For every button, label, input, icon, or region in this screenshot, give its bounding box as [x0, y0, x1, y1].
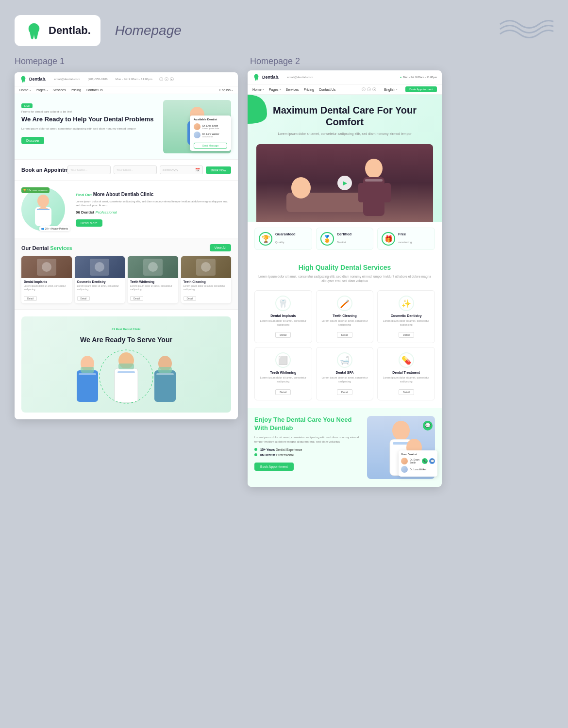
menu-pages[interactable]: Pages ▾ [36, 88, 48, 92]
facebook-icon[interactable]: f [159, 77, 163, 81]
date-placeholder: dd/mm/yyyy [163, 168, 178, 171]
lang-select[interactable]: English▾ [219, 88, 233, 92]
hp2-menu-pages[interactable]: Pages ▾ [269, 88, 281, 91]
book-appt-btn[interactable]: Book Appointment [254, 463, 294, 471]
stat-dot-1 [254, 448, 257, 451]
hp2-menu-contact[interactable]: Contact Us [319, 88, 336, 91]
twitter-icon[interactable]: t [165, 77, 168, 81]
homepage1-container: Homepage 1 Dentlab. email@dentlab.com (2… [15, 56, 238, 419]
appointment-date-input[interactable]: dd/mm/yyyy 📅 [160, 165, 203, 174]
hp2-appt-nav-btn[interactable]: Book Appointment [405, 86, 437, 92]
about-doctor-circle [21, 187, 65, 231]
years-count: 10+ [27, 189, 31, 192]
hp1-phone: (201) 555-0186 [88, 78, 108, 81]
message-icon[interactable]: 💬 [429, 458, 435, 464]
hp2-cta-title-green: Enjoy The Dental Care [254, 416, 323, 423]
play-button[interactable]: ▶ [337, 176, 352, 190]
about-doctor-wrap: 🏆 10+ Years Experience 👥 2K++ Happy Pati… [21, 187, 70, 231]
find-out-text: Find Out [76, 193, 92, 197]
hp1-team: #1 Best Dental Clinic We Are Ready To Se… [15, 309, 238, 419]
hp1-hero-badge-text: Promo for dental care at best to be live… [21, 110, 158, 113]
hp2-service-icon-3: ✨ [399, 296, 414, 311]
call-icon[interactable]: 📞 [422, 458, 428, 464]
hp2-services-section: High Quality Dental Services Lorem ipsum… [248, 256, 442, 408]
services-grid: Dental Implants Lorem ipsum dolor sit am… [21, 256, 231, 303]
detail-btn-2[interactable]: Detail [77, 296, 90, 301]
service-name-1: Dental Implants [24, 280, 69, 283]
hp2-detail-btn-5[interactable]: Detail [337, 389, 352, 395]
hp2-nav-menu: Home ▾ Pages ▾ Services Pricing Contact … [248, 84, 442, 95]
svg-point-5 [37, 195, 49, 207]
feature-icon-wrap-1: 🏆 [259, 232, 272, 246]
homepage1-mockup: Dentlab. email@dentlab.com (201) 555-018… [15, 72, 238, 419]
hp2-hero-content: Maximum Dental Care For Your Comfort Lor… [256, 104, 433, 137]
hp2-service-icon-6: 💊 [399, 352, 414, 368]
hp2-features: 🏆 Guaranteed Quality 🏅 Certified Dentist [248, 222, 442, 256]
feature-text-2: Certified Dentist [337, 232, 351, 245]
dentist-name-1: Dr. Ema Smith [202, 124, 218, 127]
stat-text-1: 15+ Years Dentist Experience [260, 448, 302, 451]
team-doctors [28, 347, 224, 406]
menu-home[interactable]: Home ▾ [19, 88, 31, 92]
hp2-detail-btn-6[interactable]: Detail [399, 389, 414, 395]
hp2-detail-btn-4[interactable]: Detail [275, 389, 291, 395]
hp2-linkedin-icon[interactable]: in [372, 87, 376, 91]
about-content: Find Out More About Dentlab Clinic Lorem… [76, 192, 231, 227]
hp2-service-card-3: ✨ Cosmetic Dentistry Lorem ipsum dolor s… [377, 290, 435, 343]
detail-btn-3[interactable]: Detail [130, 296, 143, 301]
menu-pricing[interactable]: Pricing [70, 88, 81, 92]
stat-dot-2 [254, 453, 257, 456]
hp1-about: 🏆 10+ Years Experience 👥 2K++ Happy Pati… [15, 181, 238, 238]
hp2-services-title-main: Dental Services [340, 264, 391, 271]
homepage1-label: Homepage 1 [15, 56, 238, 66]
hp2-menu-home[interactable]: Home ▾ [252, 88, 264, 91]
hp2-menu-services[interactable]: Services [286, 88, 299, 91]
homepage2-label: Homepage 2 [248, 56, 442, 66]
hp2-services-desc: Lorem ipsum dolor sit amet, consetetur s… [254, 274, 435, 284]
hp2-service-card-4: ⬜ Teeth Whitening Lorem ipsum dolor sit … [254, 347, 312, 400]
hp2-detail-btn-1[interactable]: Detail [275, 332, 291, 338]
hp2-hero-title: Maximum Dental Care For Your Comfort [256, 104, 433, 128]
hp1-social: f t in [159, 77, 174, 81]
about-title: Find Out More About Dentlab Clinic [76, 192, 231, 197]
hp2-lang-select[interactable]: English▾ [384, 88, 398, 91]
hp2-twitter-icon[interactable]: t [367, 87, 371, 91]
detail-btn-4[interactable]: Detail [184, 296, 197, 301]
years-badge: 🏆 10+ Years Experience [21, 187, 50, 193]
dentist-info-2: Dr. Lora Walker consectetur [202, 132, 219, 138]
dentist-desc-2: consectetur [202, 135, 219, 138]
instagram-icon[interactable]: in [170, 77, 174, 81]
hp1-logo-text: Dentlab. [29, 77, 47, 82]
hp2-nav-right: ● Mon - Fri: 9:00am - 11:00pm [400, 76, 437, 79]
svg-rect-33 [365, 179, 383, 182]
hp2-dentist-row-1: Dr. Dean Smith 📞 💬 [401, 458, 435, 464]
read-more-btn[interactable]: Read More [76, 219, 102, 227]
svg-rect-7 [37, 209, 50, 210]
hp2-detail-btn-2[interactable]: Detail [337, 332, 352, 338]
appointment-name-input[interactable]: Your Name... [67, 165, 111, 174]
hp2-menu-pricing[interactable]: Pricing [303, 88, 314, 91]
hp2-facebook-icon[interactable]: f [362, 87, 366, 91]
homepage2-mockup: Dentlab. email@dentlab.com ● Mon - Fri: … [248, 70, 442, 487]
hp2-services-title: High Quality Dental Services [254, 264, 435, 271]
service-card-2: Cosmetic Dentistry Lorem ipsum dolor sit… [75, 256, 125, 303]
detail-btn-1[interactable]: Detail [24, 296, 37, 301]
hp2-schedule: ● Mon - Fri: 9:00am - 11:00pm [400, 76, 437, 79]
hp2-detail-btn-3[interactable]: Detail [399, 332, 414, 338]
hp2-service-desc-5: Lorem ipsum dolor sit amet, consetetur s… [319, 376, 370, 383]
menu-services[interactable]: Services [53, 88, 66, 92]
appointment-submit-btn[interactable]: Book Now [206, 166, 231, 174]
hp1-hero-title: We Are Ready to Help Your Dental Problem… [21, 116, 158, 124]
logo-box: Dentlab. [15, 15, 100, 46]
hp2-service-icon-4: ⬜ [275, 352, 291, 368]
hp1-discover-btn[interactable]: Discover [21, 137, 44, 144]
appointment-title: Book an Appointment [21, 167, 60, 173]
calendar-icon: 📅 [195, 168, 200, 172]
hp1-hero-image: Available Dentist Dr. Ema Smith Lorem ip… [163, 100, 231, 153]
send-message-btn[interactable]: Send Message [194, 143, 227, 149]
appointment-email-input[interactable]: Your Email... [114, 165, 157, 174]
hp2-cta-content: Enjoy The Dental Care You Need With Dent… [254, 416, 361, 471]
view-all-btn[interactable]: View All [210, 244, 231, 251]
menu-contact[interactable]: Contact Us [86, 88, 103, 92]
hp1-services: Our Dental Services View All Dental Impl… [15, 238, 238, 309]
